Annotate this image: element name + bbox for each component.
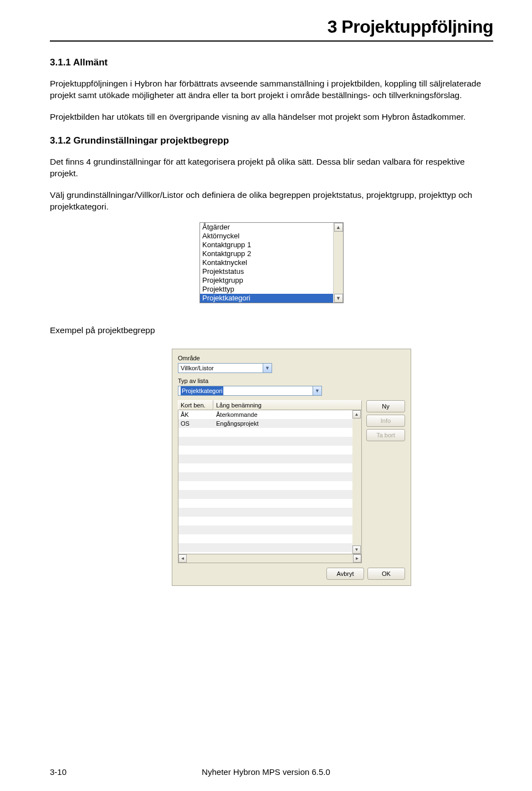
example-label: Exempel på projektbegrepp [50,325,493,335]
table-row[interactable] [178,534,361,543]
list-item[interactable]: Projektkategori [200,294,333,303]
table-row[interactable] [178,508,361,517]
section-heading-311: 3.1.1 Allmänt [50,57,493,68]
paragraph: Projektuppföljningen i Hybron har förbät… [50,78,493,101]
table-row[interactable] [178,446,361,455]
table-row[interactable] [178,463,361,472]
table-row[interactable] [178,525,361,534]
list-item[interactable]: Kontaktnyckel [200,258,333,267]
settings-dialog: Område Villkor/Listor ▼ Typ av lista Pro… [172,349,411,586]
table-v-scrollbar[interactable]: ▲ ▼ [352,410,361,554]
paragraph: Det finns 4 grundinställningar för att k… [50,156,493,180]
table-row[interactable] [178,428,361,437]
table-row[interactable] [178,455,361,463]
list-item[interactable]: Åtgärder [200,223,333,232]
footer-center: Nyheter Hybron MPS version 6.5.0 [0,767,532,777]
paragraph: Välj grundinställningar/Villkor/Listor o… [50,190,493,213]
omrade-value: Villkor/Listor [181,364,214,372]
table-header-kort[interactable]: Kort ben. [178,400,213,410]
listbox-scrollbar[interactable]: ▲ ▼ [333,223,343,303]
chapter-title: 3 Projektuppföljning [328,17,493,37]
scroll-right-icon[interactable]: ► [353,554,361,563]
list-item[interactable]: Projektstatus [200,267,333,276]
scroll-down-icon[interactable]: ▼ [352,545,361,554]
omrade-select[interactable]: Villkor/Listor ▼ [178,363,272,373]
paragraph: Projektbilden har utökats till en övergr… [50,111,493,123]
chevron-down-icon[interactable]: ▼ [313,386,322,396]
chevron-down-icon[interactable]: ▼ [263,363,272,373]
table-row[interactable] [178,499,361,508]
table-row[interactable]: OSEngångsprojekt [178,419,361,428]
list-item[interactable]: Kontaktgrupp 2 [200,249,333,258]
category-listbox[interactable]: ÅtgärderAktörnyckelKontaktgrupp 1Kontakt… [200,222,344,303]
scroll-up-icon[interactable]: ▲ [352,410,361,419]
list-item[interactable]: Aktörnyckel [200,232,333,241]
typ-select[interactable]: Projektkategori ▼ [178,386,322,396]
table-row[interactable] [178,490,361,499]
table-h-scrollbar[interactable]: ◄ ► [178,554,362,563]
table-header-lang[interactable]: Lång benämning [213,400,362,410]
table-row[interactable] [178,481,361,490]
table-row[interactable] [178,472,361,481]
table-row[interactable] [178,437,361,446]
info-button: Info [366,415,405,427]
scroll-down-icon[interactable]: ▼ [334,294,343,303]
list-item[interactable]: Projektgrupp [200,276,333,285]
ok-button[interactable]: OK [367,568,405,580]
table-row[interactable]: ÅKÅterkommande [178,410,361,419]
omrade-label: Område [178,355,405,361]
scroll-left-icon[interactable]: ◄ [178,554,187,563]
section-heading-312: 3.1.2 Grundinställningar projektbegrepp [50,135,493,146]
table-row[interactable] [178,543,361,552]
header-rule [50,40,493,42]
table-row[interactable] [178,517,361,525]
cancel-button[interactable]: Avbryt [326,568,364,580]
typ-value: Projektkategori [181,386,223,395]
scroll-up-icon[interactable]: ▲ [334,223,343,232]
typ-label: Typ av lista [178,377,405,384]
list-item[interactable]: Kontaktgrupp 1 [200,241,333,249]
list-item[interactable]: Projekttyp [200,285,333,294]
delete-button: Ta bort [366,429,405,441]
new-button[interactable]: Ny [366,400,405,412]
